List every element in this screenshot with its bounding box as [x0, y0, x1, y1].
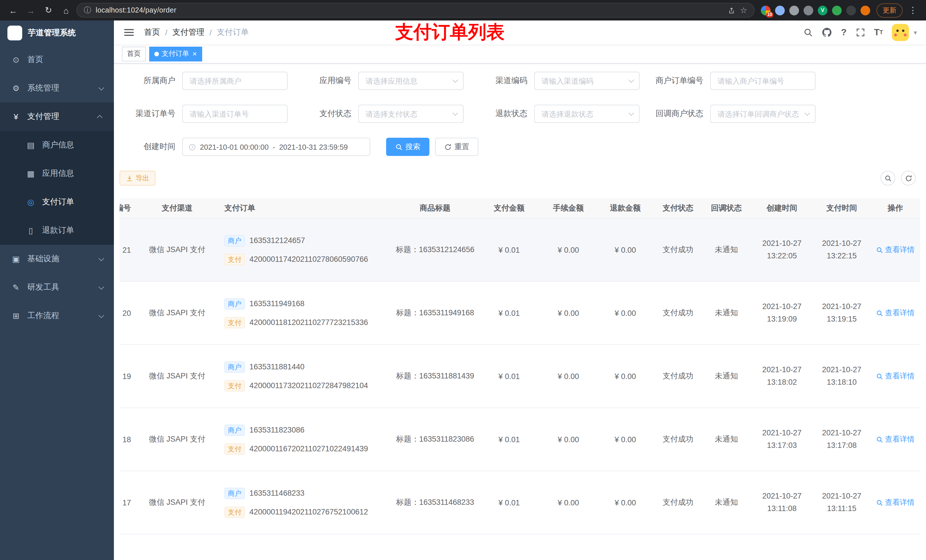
filter-select[interactable] [358, 72, 464, 90]
sidebar-item-3[interactable]: ¥支付管理 [0, 103, 114, 131]
tab-1[interactable]: 首页 [122, 46, 146, 61]
date-range-picker[interactable]: 2021-10-01 00:00:00 - 2021-10-31 23:59:5… [182, 138, 370, 156]
notify-cell: 未通知 [702, 408, 750, 471]
pay-tag: 支付 [224, 506, 245, 518]
site-info-icon[interactable]: ⓘ [84, 5, 91, 15]
breadcrumb-item[interactable]: 首页 [144, 27, 160, 38]
extension-icon[interactable] [846, 5, 856, 15]
browser-chrome: ← → ↻ ⌂ ⓘ localhost:1024/pay/order ☆ 10 … [0, 0, 926, 21]
github-icon[interactable] [822, 27, 832, 38]
column-header: 支付渠道 [135, 198, 220, 218]
filter-input-field[interactable] [358, 105, 464, 123]
action-cell: 查看详情 [870, 408, 920, 471]
table-row: 19微信 JSAPI 支付商户1635311881440支付4200001173… [120, 345, 920, 408]
profile-avatar-icon[interactable] [861, 5, 870, 15]
fee-cell: ¥ 0.00 [540, 408, 597, 471]
breadcrumb-item[interactable]: 支付管理 [172, 27, 204, 38]
bookmark-star-icon[interactable]: ☆ [740, 6, 747, 15]
browser-menu-icon[interactable]: ⋮ [905, 3, 920, 18]
sidebar-item-2[interactable]: ⚙系统管理 [0, 74, 114, 103]
filter-select[interactable] [358, 105, 464, 123]
extension-icon[interactable] [775, 5, 785, 15]
merchant-order-no: 1635311823086 [250, 426, 304, 434]
devtools-icon: ✎ [11, 283, 21, 292]
font-size-icon[interactable]: TT [874, 28, 883, 37]
filter-input-field[interactable] [182, 72, 287, 90]
filter-input-field[interactable] [710, 72, 816, 90]
create-time-cell: 2021-10-2713:11:08 [750, 471, 813, 534]
tab-2[interactable]: 支付订单× [149, 46, 202, 61]
back-icon[interactable]: ← [6, 3, 21, 18]
filter-input[interactable] [182, 72, 287, 90]
view-detail-link[interactable]: 查看详情 [876, 245, 915, 255]
refresh-table-button[interactable] [901, 171, 916, 186]
chevron-down-icon [98, 284, 104, 290]
extension-icon[interactable] [789, 5, 799, 15]
fee-cell [540, 534, 597, 560]
reload-icon[interactable]: ↻ [41, 3, 56, 18]
filter-select[interactable] [534, 72, 640, 90]
help-icon[interactable]: ? [841, 27, 847, 38]
date-end: 2021-10-31 23:59:59 [279, 143, 348, 151]
filter-input-field[interactable] [182, 105, 287, 123]
view-detail-link[interactable]: 查看详情 [876, 308, 915, 318]
chevron-up-icon [97, 115, 103, 120]
filter-input-field[interactable] [710, 105, 816, 123]
filter-input-field[interactable] [534, 105, 640, 123]
chevron-down-icon [98, 255, 104, 261]
pay-tag: 支付 [224, 380, 245, 391]
merchant-tag: 商户 [224, 488, 245, 499]
sidebar-item-1[interactable]: ⊙首页 [0, 45, 114, 74]
browser-update-button[interactable]: 更新 [876, 3, 903, 17]
sidebar-subitem-3[interactable]: ◎支付订单 [0, 188, 114, 216]
close-tab-icon[interactable]: × [192, 50, 197, 57]
sidebar-item-4[interactable]: ▣基础设施 [0, 245, 114, 273]
fee-cell: ¥ 0.00 [540, 345, 597, 408]
pay-order-no: 4200001181202110277723215336 [250, 318, 368, 327]
sidebar-item-6[interactable]: ⊞工作流程 [0, 302, 114, 330]
extension-icon[interactable] [803, 5, 813, 15]
sidebar-subitem-2[interactable]: ▦应用信息 [0, 159, 114, 188]
filter-input-field[interactable] [358, 72, 464, 90]
create-time-cell [750, 534, 813, 560]
pay-tag: 支付 [224, 443, 245, 454]
share-icon[interactable] [728, 6, 735, 14]
view-detail-link[interactable]: 查看详情 [876, 497, 915, 508]
table-row: 17微信 JSAPI 支付商户1635311468233支付4200001194… [120, 471, 920, 534]
title-cell: 标题：1635312124656 [392, 219, 478, 281]
merchant-order-no: 1635311468233 [250, 489, 304, 497]
caret-down-icon[interactable]: ▾ [914, 29, 917, 36]
export-button[interactable]: 导出 [120, 171, 156, 186]
filter-select[interactable] [710, 105, 816, 123]
sidebar-subitem-4[interactable]: ▯退款订单 [0, 216, 114, 245]
table-toolbar: 导出 [120, 171, 920, 186]
header-actions: ? TT ▾ [803, 24, 917, 41]
filter-input[interactable] [710, 72, 816, 90]
search-button[interactable]: 搜索 [386, 138, 430, 156]
home-icon[interactable]: ⌂ [59, 3, 73, 18]
sidebar-item-5[interactable]: ✎研发工具 [0, 273, 114, 302]
search-icon[interactable] [803, 28, 813, 37]
extension-icon[interactable]: 10 [761, 5, 770, 15]
workflow-icon: ⊞ [11, 311, 21, 320]
filter-select[interactable] [534, 105, 640, 123]
pay-order-cell: 商户1635311357806 [220, 534, 392, 560]
extension-icon[interactable]: V [818, 5, 828, 15]
filter-row-1: 所属商户应用编号渠道编码商户订单编号 [120, 72, 920, 90]
filter-input[interactable] [182, 105, 287, 123]
title-cell: 标题：1635311468233 [392, 471, 478, 534]
sidebar-subitem-1[interactable]: ▤商户信息 [0, 131, 114, 159]
filter-label: 应用编号 [295, 76, 358, 86]
view-detail-link[interactable]: 查看详情 [876, 371, 915, 381]
user-avatar[interactable] [892, 24, 909, 41]
fullscreen-icon[interactable] [856, 28, 865, 37]
sidebar-toggle-icon[interactable] [123, 27, 135, 38]
forward-icon[interactable]: → [23, 3, 38, 18]
address-bar[interactable]: ⓘ localhost:1024/pay/order ☆ [76, 3, 755, 18]
extension-icon[interactable] [832, 5, 842, 15]
view-detail-link[interactable]: 查看详情 [876, 434, 915, 444]
filter-input-field[interactable] [534, 72, 640, 90]
reset-button[interactable]: 重置 [435, 138, 478, 156]
tags-view: 首页支付订单× [114, 44, 926, 64]
toggle-search-button[interactable] [881, 171, 895, 186]
